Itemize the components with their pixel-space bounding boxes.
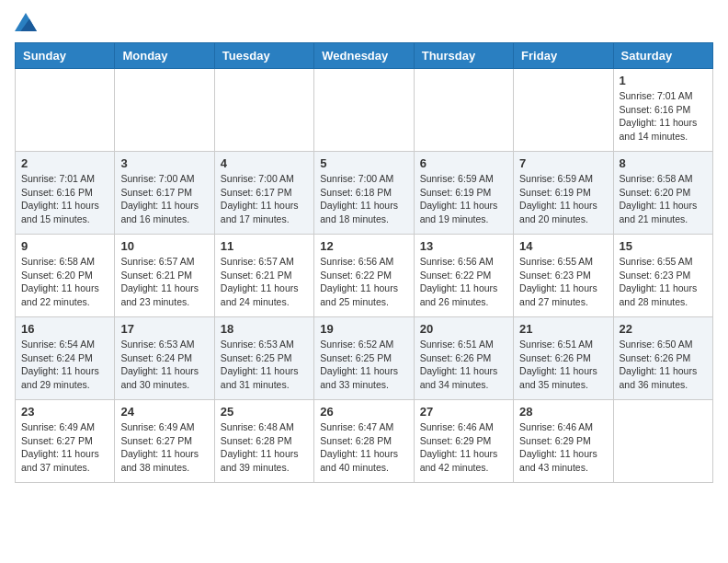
logo <box>15 15 40 33</box>
calendar-cell: 10Sunrise: 6:57 AM Sunset: 6:21 PM Dayli… <box>115 235 214 317</box>
day-number: 2 <box>21 156 108 170</box>
calendar-table: SundayMondayTuesdayWednesdayThursdayFrid… <box>15 42 713 483</box>
weekday-header-friday: Friday <box>514 43 613 69</box>
calendar-cell: 12Sunrise: 6:56 AM Sunset: 6:22 PM Dayli… <box>314 235 414 317</box>
day-info: Sunrise: 7:01 AM Sunset: 6:16 PM Dayligh… <box>620 89 707 144</box>
day-info: Sunrise: 6:51 AM Sunset: 6:26 PM Dayligh… <box>519 338 607 392</box>
day-number: 16 <box>21 322 108 336</box>
day-info: Sunrise: 6:47 AM Sunset: 6:28 PM Dayligh… <box>320 420 407 475</box>
calendar-cell <box>214 69 313 152</box>
weekday-header-sunday: Sunday <box>16 43 115 69</box>
day-info: Sunrise: 6:58 AM Sunset: 6:20 PM Dayligh… <box>21 255 108 309</box>
day-number: 15 <box>620 239 707 253</box>
day-number: 1 <box>620 74 707 87</box>
day-info: Sunrise: 6:46 AM Sunset: 6:29 PM Dayligh… <box>420 420 507 475</box>
calendar-cell: 8Sunrise: 6:58 AM Sunset: 6:20 PM Daylig… <box>613 152 712 235</box>
calendar-cell: 25Sunrise: 6:48 AM Sunset: 6:28 PM Dayli… <box>214 400 313 483</box>
day-number: 27 <box>420 405 507 419</box>
day-info: Sunrise: 6:57 AM Sunset: 6:21 PM Dayligh… <box>221 255 308 309</box>
day-number: 13 <box>420 239 507 253</box>
calendar-cell: 3Sunrise: 7:00 AM Sunset: 6:17 PM Daylig… <box>115 152 214 235</box>
day-info: Sunrise: 6:53 AM Sunset: 6:24 PM Dayligh… <box>120 338 208 392</box>
day-number: 22 <box>620 322 707 336</box>
calendar-week-4: 16Sunrise: 6:54 AM Sunset: 6:24 PM Dayli… <box>16 317 713 400</box>
day-info: Sunrise: 6:57 AM Sunset: 6:21 PM Dayligh… <box>120 255 208 309</box>
calendar-cell <box>414 69 513 152</box>
calendar-cell: 19Sunrise: 6:52 AM Sunset: 6:25 PM Dayli… <box>314 317 414 400</box>
calendar-cell: 9Sunrise: 6:58 AM Sunset: 6:20 PM Daylig… <box>16 235 115 317</box>
day-info: Sunrise: 6:55 AM Sunset: 6:23 PM Dayligh… <box>620 255 707 309</box>
calendar-cell: 21Sunrise: 6:51 AM Sunset: 6:26 PM Dayli… <box>514 317 613 400</box>
day-info: Sunrise: 7:00 AM Sunset: 6:17 PM Dayligh… <box>221 172 308 226</box>
calendar-cell: 13Sunrise: 6:56 AM Sunset: 6:22 PM Dayli… <box>414 235 513 317</box>
day-info: Sunrise: 6:46 AM Sunset: 6:29 PM Dayligh… <box>519 420 607 475</box>
day-number: 11 <box>221 239 308 253</box>
day-info: Sunrise: 6:49 AM Sunset: 6:27 PM Dayligh… <box>21 420 108 475</box>
calendar-cell: 28Sunrise: 6:46 AM Sunset: 6:29 PM Dayli… <box>514 400 613 483</box>
day-info: Sunrise: 6:54 AM Sunset: 6:24 PM Dayligh… <box>21 338 108 392</box>
calendar-week-2: 2Sunrise: 7:01 AM Sunset: 6:16 PM Daylig… <box>16 152 713 235</box>
day-number: 18 <box>221 322 308 336</box>
calendar-cell: 6Sunrise: 6:59 AM Sunset: 6:19 PM Daylig… <box>414 152 513 235</box>
day-info: Sunrise: 6:56 AM Sunset: 6:22 PM Dayligh… <box>420 255 507 309</box>
calendar-cell: 16Sunrise: 6:54 AM Sunset: 6:24 PM Dayli… <box>16 317 115 400</box>
calendar-cell: 24Sunrise: 6:49 AM Sunset: 6:27 PM Dayli… <box>115 400 214 483</box>
day-number: 28 <box>519 405 607 419</box>
day-number: 26 <box>320 405 407 419</box>
day-number: 4 <box>221 156 308 170</box>
day-info: Sunrise: 6:48 AM Sunset: 6:28 PM Dayligh… <box>221 420 308 475</box>
day-info: Sunrise: 6:53 AM Sunset: 6:25 PM Dayligh… <box>221 338 308 392</box>
calendar-cell: 2Sunrise: 7:01 AM Sunset: 6:16 PM Daylig… <box>16 152 115 235</box>
weekday-header-tuesday: Tuesday <box>214 43 313 69</box>
day-number: 5 <box>320 156 407 170</box>
calendar-header-row: SundayMondayTuesdayWednesdayThursdayFrid… <box>16 43 713 69</box>
calendar-week-1: 1Sunrise: 7:01 AM Sunset: 6:16 PM Daylig… <box>16 69 713 152</box>
day-number: 12 <box>320 239 407 253</box>
calendar-cell: 4Sunrise: 7:00 AM Sunset: 6:17 PM Daylig… <box>214 152 313 235</box>
weekday-header-thursday: Thursday <box>414 43 513 69</box>
calendar-week-3: 9Sunrise: 6:58 AM Sunset: 6:20 PM Daylig… <box>16 235 713 317</box>
day-number: 3 <box>120 156 208 170</box>
calendar-cell <box>115 69 214 152</box>
calendar-cell: 1Sunrise: 7:01 AM Sunset: 6:16 PM Daylig… <box>613 69 712 152</box>
calendar-cell <box>613 400 712 483</box>
day-info: Sunrise: 6:50 AM Sunset: 6:26 PM Dayligh… <box>620 338 707 392</box>
day-number: 20 <box>420 322 507 336</box>
weekday-header-saturday: Saturday <box>613 43 712 69</box>
day-number: 25 <box>221 405 308 419</box>
day-number: 8 <box>620 156 707 170</box>
day-info: Sunrise: 7:00 AM Sunset: 6:17 PM Dayligh… <box>120 172 208 226</box>
calendar-cell: 26Sunrise: 6:47 AM Sunset: 6:28 PM Dayli… <box>314 400 414 483</box>
calendar-cell: 20Sunrise: 6:51 AM Sunset: 6:26 PM Dayli… <box>414 317 513 400</box>
day-number: 10 <box>120 239 208 253</box>
logo-icon <box>15 13 37 31</box>
calendar-cell: 23Sunrise: 6:49 AM Sunset: 6:27 PM Dayli… <box>16 400 115 483</box>
day-number: 24 <box>120 405 208 419</box>
calendar-cell: 11Sunrise: 6:57 AM Sunset: 6:21 PM Dayli… <box>214 235 313 317</box>
calendar-cell <box>514 69 613 152</box>
weekday-header-wednesday: Wednesday <box>314 43 414 69</box>
calendar-cell: 22Sunrise: 6:50 AM Sunset: 6:26 PM Dayli… <box>613 317 712 400</box>
day-number: 17 <box>120 322 208 336</box>
calendar-cell: 14Sunrise: 6:55 AM Sunset: 6:23 PM Dayli… <box>514 235 613 317</box>
day-info: Sunrise: 6:59 AM Sunset: 6:19 PM Dayligh… <box>519 172 607 226</box>
day-info: Sunrise: 6:49 AM Sunset: 6:27 PM Dayligh… <box>120 420 208 475</box>
calendar-cell: 17Sunrise: 6:53 AM Sunset: 6:24 PM Dayli… <box>115 317 214 400</box>
calendar-cell: 18Sunrise: 6:53 AM Sunset: 6:25 PM Dayli… <box>214 317 313 400</box>
day-info: Sunrise: 6:55 AM Sunset: 6:23 PM Dayligh… <box>519 255 607 309</box>
day-info: Sunrise: 7:00 AM Sunset: 6:18 PM Dayligh… <box>320 172 407 226</box>
day-info: Sunrise: 7:01 AM Sunset: 6:16 PM Dayligh… <box>21 172 108 226</box>
day-info: Sunrise: 6:59 AM Sunset: 6:19 PM Dayligh… <box>420 172 507 226</box>
day-info: Sunrise: 6:58 AM Sunset: 6:20 PM Dayligh… <box>620 172 707 226</box>
calendar-cell: 15Sunrise: 6:55 AM Sunset: 6:23 PM Dayli… <box>613 235 712 317</box>
calendar-cell: 7Sunrise: 6:59 AM Sunset: 6:19 PM Daylig… <box>514 152 613 235</box>
weekday-header-monday: Monday <box>115 43 214 69</box>
day-number: 19 <box>320 322 407 336</box>
calendar-cell: 5Sunrise: 7:00 AM Sunset: 6:18 PM Daylig… <box>314 152 414 235</box>
day-number: 6 <box>420 156 507 170</box>
calendar-cell <box>16 69 115 152</box>
calendar-cell: 27Sunrise: 6:46 AM Sunset: 6:29 PM Dayli… <box>414 400 513 483</box>
day-info: Sunrise: 6:51 AM Sunset: 6:26 PM Dayligh… <box>420 338 507 392</box>
day-number: 14 <box>519 239 607 253</box>
calendar-week-5: 23Sunrise: 6:49 AM Sunset: 6:27 PM Dayli… <box>16 400 713 483</box>
